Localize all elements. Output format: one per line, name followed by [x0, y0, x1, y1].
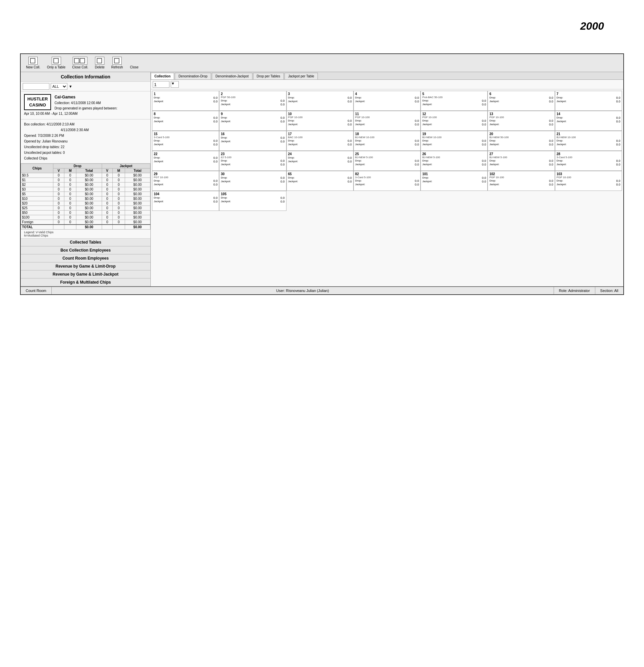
chip-label: $5	[21, 192, 53, 197]
jackpot-val: 0.0	[616, 120, 620, 123]
table-num: 5	[422, 92, 424, 96]
table-num: 65	[288, 172, 292, 176]
only-table-icon	[52, 57, 61, 65]
jackpot-label: Jackpot:	[221, 163, 231, 166]
jackpot-val: 0.0	[213, 200, 218, 203]
drop-label: Drop:	[557, 96, 563, 99]
refresh-button[interactable]: Refresh	[109, 56, 125, 70]
table-cell-101[interactable]: 101 Drop: 0.0 Jackpot: 0.0	[420, 171, 488, 191]
jackpot-total: $0.00	[125, 201, 150, 206]
table-cell-82[interactable]: 82 3-Card 5-100 Drop: 0.0 Jackpot: 0.0	[353, 171, 420, 191]
chips-row: $100 0 0 $0.00 0 0 $0.00	[21, 215, 150, 220]
table-cell-2[interactable]: 2 PGF 50-100 Drop: 0.0 Jackpot: 0.0	[219, 91, 286, 111]
table-cell-28[interactable]: 28 3-Card 5-100 Drop: 0.0 Jackpot: 0.0	[555, 151, 622, 171]
table-cell-27[interactable]: 27 BJ-NEW 5-100 Drop: 0.0 Jackpot: 0.0	[488, 151, 555, 171]
table-cell-104[interactable]: 104 Drop: 0.0 Jackpot: 0.0	[152, 191, 219, 211]
tab-collection[interactable]: Collection	[151, 73, 174, 79]
collected-chips-label: Collected Chips	[24, 156, 147, 161]
table-cell-30[interactable]: 30 Drop: 0.0 Jackpot: 0.0	[219, 171, 286, 191]
only-table-button[interactable]: Only a Table	[45, 56, 67, 70]
jackpot-total: $0.00	[125, 220, 150, 225]
chips-row: Foreign 0 0 $0.00 0 0 $0.00	[21, 220, 150, 225]
new-coll-button[interactable]: New Coll.	[24, 56, 43, 70]
table-cell-1[interactable]: 1 Drop: 0.0 Jackpot: 0.0	[152, 91, 219, 111]
table-cell-21[interactable]: 21 BJ-NEW 10-100 Drop: 0.0 Jackpot: 0.0	[555, 131, 622, 151]
tab-denomination-drop[interactable]: Denomination-Drop	[175, 73, 211, 79]
table-cell-18[interactable]: 18 BJ-NEW 10-100 Drop: 0.0 Jackpot: 0.0	[353, 131, 420, 151]
table-cell-7[interactable]: 7 Drop: 0.0 Jackpot: 0.0	[555, 91, 622, 111]
table-cell-4[interactable]: 4 Drop: 0.0 Jackpot: 0.0	[353, 91, 420, 111]
jackpot-m: 0	[113, 211, 125, 215]
table-cell-22[interactable]: 22 Drop: 0.0 Jackpot: 0.0	[152, 151, 219, 171]
table-cell-26[interactable]: 26 BJ-NEW 5-100 Drop: 0.0 Jackpot: 0.0	[420, 151, 488, 171]
drop-label: Drop:	[154, 96, 161, 99]
table-num: 1	[154, 92, 156, 96]
table-select-input[interactable]	[153, 81, 169, 88]
drop-val: 0.0	[280, 159, 285, 162]
section-item[interactable]: Revenue by Game & Limit-Jackpot	[21, 270, 150, 278]
tab-denomination-jackpot[interactable]: Denomination-Jackpot	[212, 73, 252, 79]
jackpot-label: Jackpot:	[355, 143, 365, 146]
table-cell-10[interactable]: 10 PGF 10-100 Drop: 0.0 Jackpot: 0.0	[286, 111, 353, 131]
table-cell-23[interactable]: 23 £2 5-100 Drop: 0.0 Jackpot: 0.0	[219, 151, 286, 171]
drop-val: 0.0	[616, 179, 620, 182]
table-cell-17[interactable]: 17 BAC 10-100 Drop: 0.0 Jackpot: 0.0	[286, 131, 353, 151]
table-cell-102[interactable]: 102 PGP 10-100 Drop: 0.0 Jackpot: 0.0	[488, 171, 555, 191]
drop-group-header: Drop	[53, 164, 102, 168]
table-cell-25[interactable]: 25 BJ-NEW 5-100 Drop: 0.0 Jackpot: 0.0	[353, 151, 420, 171]
section-item[interactable]: Count Room Employees	[21, 254, 150, 262]
delete-button[interactable]: Delete	[93, 56, 107, 70]
table-cell-29[interactable]: 29 PGT 10-100 Drop: 0.0 Jackpot: 0.0	[152, 171, 219, 191]
jackpot-label: Jackpot:	[422, 163, 432, 166]
tab-jackpot-per-table[interactable]: Jackpot per Table	[284, 73, 318, 79]
drop-val: 0.0	[482, 176, 486, 180]
table-cell-3[interactable]: 3 Drop: 0.0 Jackpot: 0.0	[286, 91, 353, 111]
section-item[interactable]: Foreign & Multilated Chips	[21, 278, 150, 286]
section-item[interactable]: Box Collection Employees	[21, 246, 150, 254]
jackpot-val: 0.0	[213, 143, 218, 146]
table-cell-14[interactable]: 14 Drop: 0.0 Jackpot: 0.0	[555, 111, 622, 131]
table-cell-24[interactable]: 24 Drop: 0.0 Jackpot: 0.0	[286, 151, 353, 171]
table-cell-5[interactable]: 5 Prot-BAC 50-103 Drop: 0.0 Jackpot: 0.0	[420, 91, 488, 111]
drop-v: 0	[53, 206, 64, 211]
drop-label: Drop:	[489, 96, 496, 99]
table-num: 7	[557, 92, 559, 96]
jackpot-total-header: Total	[125, 168, 150, 173]
table-cell-13[interactable]: 13 PGF 10-100 Drop: 0.0 Jackpot: 0.0	[488, 111, 555, 131]
opened-date: Opened: 7/2/2008 2:26 PM	[24, 133, 147, 139]
table-cell-9[interactable]: 9 Drop: 0.0 Jackpot: 0.0	[219, 111, 286, 131]
section-item[interactable]: Revenue by Game & Limit-Drop	[21, 262, 150, 270]
table-cell-103[interactable]: 103 PGP 10-100 Drop: 0.0 Jackpot: 0.0	[555, 171, 622, 191]
table-cell-16[interactable]: 16 Drop: 0.0 Jackpot: 0.0	[219, 131, 286, 151]
filter-dropdown[interactable]: ALL	[51, 83, 67, 90]
drop-val: 0.0	[213, 116, 218, 119]
drop-m: 0	[64, 182, 76, 187]
table-cell-65[interactable]: 65 Drop: 0.0 Jackpot: 0.0	[286, 171, 353, 191]
table-select-dropdown[interactable]: ▼	[171, 81, 179, 88]
table-cell-19[interactable]: 19 BJ-NEW 10-100 Drop: 0.0 Jackpot: 0.0	[420, 131, 488, 151]
drop-label: Drop:	[221, 176, 228, 180]
jackpot-val: 0.0	[347, 123, 352, 126]
table-cell-15[interactable]: 15 3-Card 5-100 Drop: 0.0 Jackpot: 0.0	[152, 131, 219, 151]
table-num: 14	[557, 112, 560, 116]
drop-m: 0	[64, 197, 76, 201]
section-item[interactable]: Collected Tables	[21, 238, 150, 246]
tab-drop-per-tables[interactable]: Drop per Tables	[253, 73, 284, 79]
table-cell-20[interactable]: 20 BJ-NEW 50-100 Drop: 0.0 Jackpot: 0.0	[488, 131, 555, 151]
table-num: 101	[422, 172, 428, 176]
filter-input[interactable]	[23, 83, 49, 90]
chip-label: $0.5	[21, 173, 53, 178]
table-cell-6[interactable]: 6 Drop: 0.0 Jackpot: 0.0	[488, 91, 555, 111]
table-cell-8[interactable]: 8 Drop: 0.0 Jackpot: 0.0	[152, 111, 219, 131]
jackpot-val: 0.0	[415, 100, 419, 103]
filter-bar: ALL ▼	[21, 82, 150, 92]
table-cell-11[interactable]: 11 PGF 10-100 Drop: 0.0 Jackpot: 0.0	[353, 111, 420, 131]
collection-meta: Box collection: 4/11/2008 2:10 AM 4/11/2…	[21, 119, 150, 163]
table-cell-105[interactable]: 105 Drop: 0.0 Jackpot: 0.0	[219, 191, 286, 211]
close-coll-button[interactable]: Close Coll.	[70, 56, 90, 70]
chip-label: $1	[21, 178, 53, 182]
chips-row: $10 0 0 $0.00 0 0 $0.00	[21, 197, 150, 201]
close-button[interactable]: Close	[127, 56, 141, 70]
table-cell-12[interactable]: 12 PGF 10-100 Drop: 0.0 Jackpot: 0.0	[420, 111, 488, 131]
drop-val: 0.0	[415, 119, 419, 123]
